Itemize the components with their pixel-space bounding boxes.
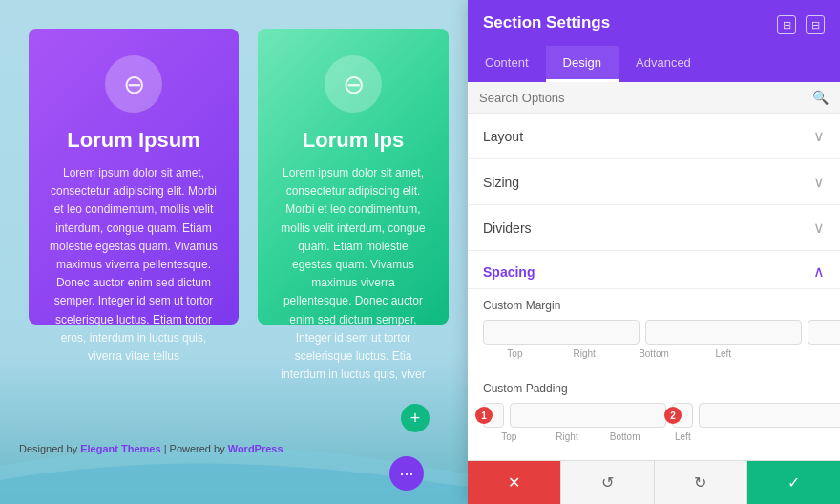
card-green-text: Lorem ipsum dolor sit amet, consectetur … xyxy=(279,164,428,384)
card-purple-text: Lorem ipsum dolor sit amet, consectetur … xyxy=(50,164,218,366)
layout-chevron-icon: ∨ xyxy=(813,127,825,145)
save-icon: ✓ xyxy=(788,473,800,492)
panel-header: Section Settings ⊞ ⊟ xyxy=(468,0,840,46)
card-green: ⊖ Lorum Ips Lorem ipsum dolor sit amet, … xyxy=(258,29,449,325)
spacing-label: Spacing xyxy=(483,264,535,280)
settings-panel: Section Settings ⊞ ⊟ Content Design Adva… xyxy=(468,0,840,504)
margin-bottom-input[interactable] xyxy=(808,320,840,345)
panel-bottom-bar: ✕ ↺ ↻ ✓ xyxy=(468,460,840,504)
sizing-label: Sizing xyxy=(483,175,519,190)
cancel-icon: ✕ xyxy=(508,473,520,492)
padding-sublabels: Top Right Bottom Left xyxy=(483,431,825,442)
padding-bottom-label: Bottom xyxy=(598,431,651,442)
custom-padding-group: Custom Padding 1 2 ↺ ☐ Top Right xyxy=(468,372,840,455)
undo-button[interactable]: ↺ xyxy=(561,461,654,504)
dividers-chevron-icon: ∨ xyxy=(813,219,825,237)
cancel-button[interactable]: ✕ xyxy=(468,461,560,504)
footer-wordpress-link[interactable]: WordPress xyxy=(228,443,284,454)
custom-margin-group: Custom Margin ☐ Top Right Bottom Left xyxy=(468,289,840,372)
more-options-button[interactable]: ··· xyxy=(389,456,424,491)
dividers-section-row[interactable]: Dividers ∨ xyxy=(468,205,840,251)
margin-right-input[interactable] xyxy=(645,320,802,345)
undo-icon: ↺ xyxy=(601,473,614,492)
panel-header-icons: ⊞ ⊟ xyxy=(777,13,825,34)
custom-margin-label: Custom Margin xyxy=(483,299,825,312)
margin-bottom-label: Bottom xyxy=(622,348,686,359)
card-purple-title: Lorum Ipsum xyxy=(50,128,218,153)
tab-design[interactable]: Design xyxy=(546,46,619,82)
redo-button[interactable]: ↻ xyxy=(655,461,747,504)
footer-elegant-link[interactable]: Elegant Themes xyxy=(80,443,160,454)
padding-right-input[interactable] xyxy=(510,403,666,428)
search-icon: 🔍 xyxy=(812,90,829,105)
margin-left-label: Left xyxy=(691,348,755,359)
footer-designed-by: Designed by xyxy=(19,443,80,454)
card-green-icon: ⊖ xyxy=(325,55,382,113)
badge-2: 2 xyxy=(664,407,682,424)
sizing-chevron-icon: ∨ xyxy=(813,173,825,191)
padding-bottom-wrapper: 2 xyxy=(672,403,693,428)
tab-advanced[interactable]: Advanced xyxy=(619,46,708,82)
margin-inputs-row: ☐ xyxy=(483,320,825,345)
custom-padding-label: Custom Padding xyxy=(483,382,825,395)
panel-tabs: Content Design Advanced xyxy=(468,46,840,82)
spacing-chevron-icon: ∧ xyxy=(813,262,825,281)
dots-icon: ··· xyxy=(399,464,413,484)
badge-1: 1 xyxy=(475,407,493,424)
padding-left-input[interactable] xyxy=(699,403,840,428)
margin-top-label: Top xyxy=(483,348,547,359)
panel-minimize-icon[interactable]: ⊟ xyxy=(806,15,825,34)
margin-sublabels: Top Right Bottom Left xyxy=(483,348,825,359)
margin-right-label: Right xyxy=(553,348,617,359)
tab-content[interactable]: Content xyxy=(468,46,546,82)
card-purple: ⊖ Lorum Ipsum Lorem ipsum dolor sit amet… xyxy=(29,29,239,325)
padding-top-label: Top xyxy=(483,431,536,442)
redo-icon: ↻ xyxy=(694,473,706,492)
panel-settings-icon[interactable]: ⊞ xyxy=(777,15,796,34)
layout-label: Layout xyxy=(483,129,523,144)
spacing-section-row[interactable]: Spacing ∧ xyxy=(468,251,840,289)
padding-inputs-row: 1 2 ↺ ☐ xyxy=(483,403,825,428)
padding-right-label: Right xyxy=(541,431,594,442)
card-green-title: Lorum Ips xyxy=(279,128,428,153)
dividers-label: Dividers xyxy=(483,220,532,236)
save-button[interactable]: ✓ xyxy=(747,461,840,504)
add-section-button[interactable]: + xyxy=(401,404,430,432)
canvas-footer: Designed by Elegant Themes | Powered by … xyxy=(0,433,439,464)
search-input[interactable] xyxy=(479,91,812,105)
margin-top-input[interactable] xyxy=(483,320,640,345)
card-purple-icon: ⊖ xyxy=(105,55,162,113)
panel-title: Section Settings xyxy=(483,13,777,46)
padding-top-wrapper: 1 xyxy=(483,403,504,428)
padding-left-label: Left xyxy=(657,431,709,442)
footer-powered-by: | Powered by xyxy=(164,443,228,454)
panel-content: Layout ∨ Sizing ∨ Dividers ∨ Spacing ∧ C… xyxy=(468,114,840,460)
sizing-section-row[interactable]: Sizing ∨ xyxy=(468,159,840,205)
layout-section-row[interactable]: Layout ∨ xyxy=(468,114,840,159)
search-bar: 🔍 xyxy=(468,82,840,114)
